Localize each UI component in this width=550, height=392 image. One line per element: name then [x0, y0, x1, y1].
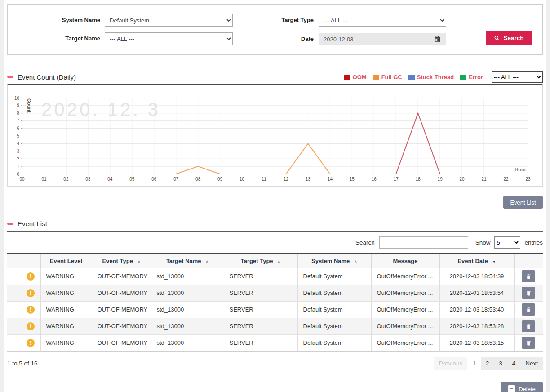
- table-header-row: Event LevelEvent Type∧Target Name∧Target…: [7, 254, 543, 268]
- svg-text:13: 13: [306, 177, 311, 182]
- target-type-select[interactable]: --- ALL ---: [319, 14, 446, 27]
- message-cell: OutOfMemoryError ...: [371, 318, 439, 334]
- event-list-button[interactable]: Event List: [503, 196, 543, 209]
- legend-label: Error: [469, 74, 483, 80]
- section-dash-icon: [7, 76, 13, 78]
- legend-item[interactable]: Full GC: [373, 74, 402, 80]
- event-table: Event LevelEvent Type∧Target Name∧Target…: [7, 254, 543, 351]
- column-header-label: Event Date: [457, 258, 488, 264]
- row-delete-button[interactable]: [522, 303, 535, 316]
- sort-asc-icon: ∧: [278, 259, 281, 264]
- trash-icon: [526, 290, 532, 296]
- event-list-header: Event List: [7, 220, 543, 232]
- trash-icon: [526, 307, 532, 313]
- target-name-cell: std_13000: [151, 334, 224, 351]
- row-select-cell: [7, 318, 21, 334]
- event-list-button-label: Event List: [510, 199, 536, 206]
- pagination-3[interactable]: 3: [494, 357, 507, 370]
- column-header-event-date[interactable]: Event Date▼: [439, 254, 514, 268]
- delete-cell: [514, 301, 543, 318]
- sort-asc-icon: ∧: [138, 259, 141, 264]
- row-select-cell: [7, 334, 21, 351]
- event-type-cell: OUT-OF-MEMORY: [92, 301, 151, 318]
- target-name-select[interactable]: --- ALL ---: [105, 32, 233, 45]
- pagination-info: 1 to 5 of 16: [7, 360, 38, 367]
- column-header-target-type[interactable]: Target Type∧: [224, 254, 297, 268]
- entries-label: entries: [524, 239, 543, 246]
- event-level-icon-cell: !: [21, 285, 40, 301]
- event-table-wrap: Event LevelEvent Type∧Target Name∧Target…: [7, 253, 543, 352]
- svg-text:15: 15: [350, 177, 355, 182]
- svg-text:03: 03: [85, 177, 91, 182]
- pagination-next[interactable]: Next: [520, 357, 543, 370]
- pagination-4[interactable]: 4: [507, 357, 521, 370]
- system-name-select[interactable]: Default System: [105, 14, 233, 27]
- date-input[interactable]: [319, 33, 446, 45]
- row-select-cell: [7, 301, 21, 318]
- event-date-cell: 2020-12-03 18:53:40: [439, 301, 514, 318]
- row-delete-button[interactable]: [522, 320, 535, 332]
- warning-icon: !: [27, 306, 35, 314]
- column-header-label: System Name: [311, 258, 350, 264]
- target-type-label: Target Type: [259, 14, 314, 27]
- delete-cell: [514, 285, 543, 301]
- row-delete-button[interactable]: [522, 337, 535, 349]
- table-tools: Search Show 5 entries: [7, 236, 543, 249]
- svg-text:08: 08: [195, 177, 201, 182]
- pagination-2[interactable]: 2: [481, 357, 494, 370]
- svg-text:09: 09: [217, 177, 223, 182]
- legend-item[interactable]: OOM: [344, 74, 367, 80]
- column-header-event-level: Event Level: [40, 254, 92, 268]
- target-name-cell: std_13000: [151, 268, 224, 285]
- row-select-cell: [7, 285, 21, 301]
- svg-text:2: 2: [17, 156, 19, 161]
- sort-asc-icon: ∧: [206, 259, 209, 264]
- row-delete-button[interactable]: [522, 287, 535, 299]
- event-count-title: Event Count (Daily): [18, 73, 76, 81]
- table-row: !WARNINGOUT-OF-MEMORYstd_13000SERVERDefa…: [7, 301, 543, 318]
- legend-item[interactable]: Stuck Thread: [408, 74, 454, 80]
- svg-text:20: 20: [460, 177, 465, 182]
- event-type-cell: OUT-OF-MEMORY: [92, 318, 151, 334]
- delete-button-label: Delete: [519, 386, 536, 392]
- system-name-label: System Name: [44, 14, 100, 27]
- event-count-chart: 2020. 12. 3012345678910Count000102030405…: [8, 85, 542, 187]
- pagination-1[interactable]: 1: [467, 357, 481, 370]
- delete-button[interactable]: Delete: [501, 382, 543, 392]
- event-level-cell: WARNING: [40, 301, 92, 318]
- svg-text:21: 21: [482, 177, 487, 182]
- legend-label: Stuck Thread: [417, 74, 454, 80]
- show-entries-select[interactable]: 5: [494, 236, 520, 249]
- event-date-cell: 2020-12-03 18:53:54: [439, 285, 514, 301]
- event-level-icon-cell: !: [21, 318, 40, 334]
- page: System Name Default System Target Name -…: [4, 0, 546, 392]
- legend-label: OOM: [353, 74, 367, 80]
- column-header-event-type[interactable]: Event Type∧: [92, 254, 151, 268]
- event-level-icon-cell: !: [21, 268, 40, 285]
- column-header-blank: [7, 254, 21, 268]
- column-header-system-name[interactable]: System Name∧: [297, 254, 371, 268]
- calendar-icon[interactable]: [434, 36, 441, 43]
- pagination-previous[interactable]: Previous: [434, 357, 468, 370]
- event-type-cell: OUT-OF-MEMORY: [92, 334, 151, 351]
- system-name-cell: Default System: [297, 334, 371, 351]
- column-header-target-name[interactable]: Target Name∧: [151, 254, 224, 268]
- svg-text:18: 18: [416, 177, 421, 182]
- svg-text:11: 11: [262, 177, 266, 182]
- legend-swatch-icon: [373, 75, 379, 80]
- delete-cell: [514, 268, 543, 285]
- table-search-input[interactable]: [379, 236, 468, 249]
- event-type-filter-select[interactable]: --- ALL ---: [492, 71, 543, 83]
- column-header-label: Event Type: [102, 258, 133, 264]
- event-count-chart-panel: 2020. 12. 3012345678910Count000102030405…: [7, 84, 543, 187]
- system-name-cell: Default System: [297, 285, 371, 301]
- svg-text:16: 16: [372, 177, 377, 182]
- row-delete-button[interactable]: [522, 270, 535, 282]
- column-header-label: Message: [393, 258, 418, 264]
- message-cell: OutOfMemoryError ...: [371, 301, 439, 318]
- search-button[interactable]: Search: [486, 31, 532, 45]
- legend-item[interactable]: Error: [460, 74, 483, 80]
- table-row: !WARNINGOUT-OF-MEMORYstd_13000SERVERDefa…: [7, 318, 543, 334]
- pagination: Previous1234Next: [434, 357, 543, 370]
- event-level-cell: WARNING: [40, 268, 92, 285]
